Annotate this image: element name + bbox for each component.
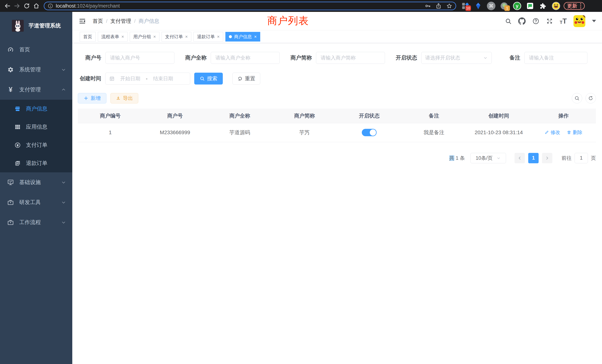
bookmark-star-icon[interactable]: [446, 3, 452, 9]
share-icon[interactable]: [436, 3, 441, 9]
sidebar-item-workflow[interactable]: 工作流程: [0, 212, 72, 232]
cell-merchant-no: M233666999: [142, 123, 207, 142]
dashboard-icon: [7, 46, 14, 53]
yen-icon: ¥: [7, 86, 14, 93]
sidebar-item-system[interactable]: 系统管理: [0, 60, 72, 80]
sidebar-item-home[interactable]: 首页: [0, 40, 72, 60]
status-select[interactable]: 请选择开启状态: [421, 52, 492, 64]
help-icon[interactable]: [532, 18, 539, 25]
full-name-input[interactable]: [211, 52, 280, 64]
sidebar-item-label: 支付订单: [26, 141, 47, 149]
table-row: 1 M233666999 芋道源码 芋艿 我是备注 2021-10-23 08:…: [78, 123, 596, 142]
goto-page-input[interactable]: [575, 153, 588, 163]
sidebar-item-devtools[interactable]: 研发工具: [0, 192, 72, 212]
next-page-button[interactable]: [542, 153, 552, 163]
user-avatar[interactable]: [573, 15, 585, 27]
close-icon[interactable]: ×: [153, 34, 156, 39]
page-annotation-title: 商户列表: [267, 14, 309, 28]
breadcrumb-pay[interactable]: 支付管理: [110, 18, 131, 25]
github-icon[interactable]: [518, 17, 526, 25]
sidebar-item-label: 工作流程: [19, 219, 41, 226]
extension-command-icon[interactable]: ⌘: [486, 1, 496, 11]
filter-label: 商户全称: [185, 54, 207, 62]
extension-profile-icon[interactable]: 1: [499, 1, 509, 11]
browser-update-button[interactable]: 更新: [564, 2, 585, 10]
url-text[interactable]: localhost:1024/pay/merchant: [56, 3, 120, 9]
edit-link[interactable]: 修改: [545, 129, 560, 136]
extension-puzzle-icon[interactable]: [538, 1, 548, 11]
date-start-placeholder: 开始日期: [120, 75, 140, 82]
status-toggle[interactable]: [362, 129, 377, 136]
sidebar-item-pay[interactable]: ¥ 支付管理: [0, 80, 72, 100]
prev-page-button[interactable]: [515, 153, 525, 163]
breadcrumb: 首页 / 支付管理 / 商户信息: [93, 18, 159, 25]
current-page-button[interactable]: 1: [528, 153, 539, 163]
extension-y-icon[interactable]: y: [513, 1, 522, 11]
col-full-name: 商户全称: [207, 109, 272, 123]
browser-back-icon[interactable]: [3, 1, 12, 11]
col-actions: 操作: [531, 109, 596, 123]
header-search-icon[interactable]: [505, 18, 512, 24]
cell-merchant-id: 1: [78, 123, 142, 142]
add-button[interactable]: 新增: [78, 93, 106, 103]
browser-forward-icon[interactable]: [12, 1, 22, 11]
browser-menu-icon[interactable]: [580, 3, 581, 9]
tab-user-group[interactable]: 用户分组×: [130, 32, 159, 42]
filter-row-1: 商户号 商户全称 商户简称 开启状态 请选择开启状态 备注: [85, 52, 596, 64]
reset-button[interactable]: 重置: [232, 73, 260, 85]
close-icon[interactable]: ×: [121, 34, 124, 39]
delete-link[interactable]: 删除: [567, 129, 582, 136]
sidebar-item-app-info[interactable]: 应用信息: [0, 118, 72, 136]
chevron-down-icon: [496, 156, 501, 160]
tab-refund-order[interactable]: 退款订单×: [194, 32, 223, 42]
sidebar-item-label: 商户信息: [26, 105, 47, 113]
sidebar-fold-icon[interactable]: [79, 17, 86, 25]
calendar-icon: [109, 76, 115, 81]
font-size-icon[interactable]: TT: [560, 18, 567, 25]
table-search-toggle-icon[interactable]: [572, 93, 582, 103]
password-key-icon[interactable]: [425, 3, 431, 9]
extension-emoji-icon[interactable]: [551, 1, 561, 11]
total-count: 共 1 条: [449, 155, 465, 161]
extension-chat-icon[interactable]: [526, 1, 535, 11]
address-bar[interactable]: localhost:1024/pay/merchant: [44, 2, 456, 10]
extension-kite-icon[interactable]: [473, 1, 483, 11]
logo-row[interactable]: 芋道管理系统: [0, 12, 72, 40]
merchant-no-input[interactable]: [106, 52, 174, 64]
export-button[interactable]: 导出: [110, 93, 138, 103]
browser-home-icon[interactable]: [32, 1, 41, 11]
yen-circle-icon: [14, 142, 21, 148]
top-navbar: 首页 / 支付管理 / 商户信息 商户列表: [72, 12, 602, 30]
table-toolbar: 新增 导出: [78, 93, 596, 103]
page-size-select[interactable]: 10条/页: [470, 153, 506, 163]
search-button[interactable]: 搜索: [194, 73, 223, 85]
fullscreen-icon[interactable]: [546, 18, 553, 25]
site-info-icon[interactable]: [48, 3, 53, 9]
table-refresh-icon[interactable]: [585, 93, 596, 103]
sidebar-item-infra[interactable]: 基础设施: [0, 172, 72, 192]
sidebar-item-refund-order[interactable]: 退款订单: [0, 154, 72, 172]
breadcrumb-home[interactable]: 首页: [93, 18, 103, 25]
extension-apps-icon[interactable]: 10: [461, 1, 470, 11]
cell-remark: 我是备注: [402, 123, 466, 142]
tab-merchant-info[interactable]: 商户信息×: [225, 32, 260, 42]
short-name-input[interactable]: [316, 52, 385, 64]
browser-reload-icon[interactable]: [22, 1, 32, 11]
tab-process-form[interactable]: 流程表单×: [98, 32, 128, 42]
chevron-down-icon: [61, 67, 66, 72]
close-icon[interactable]: ×: [217, 34, 220, 39]
table-header-row: 商户编号 商户号 商户全称 商户简称 开启状态 备注 创建时间 操作: [78, 109, 596, 123]
close-icon[interactable]: ×: [185, 34, 188, 39]
sidebar-item-label: 支付管理: [19, 86, 41, 93]
col-remark: 备注: [402, 109, 466, 123]
tab-home[interactable]: 首页: [80, 32, 96, 42]
date-range-picker[interactable]: 开始日期 - 结束日期: [105, 73, 190, 85]
close-icon[interactable]: ×: [254, 34, 257, 39]
goto-label: 前往: [562, 155, 572, 161]
sidebar-item-pay-order[interactable]: 支付订单: [0, 136, 72, 154]
remark-input[interactable]: [524, 52, 587, 64]
cell-actions: 修改 删除: [531, 123, 596, 142]
tab-pay-order[interactable]: 支付订单×: [162, 32, 191, 42]
sidebar-item-merchant-info[interactable]: 商户信息: [0, 100, 72, 118]
avatar-caret-icon[interactable]: [592, 20, 596, 22]
